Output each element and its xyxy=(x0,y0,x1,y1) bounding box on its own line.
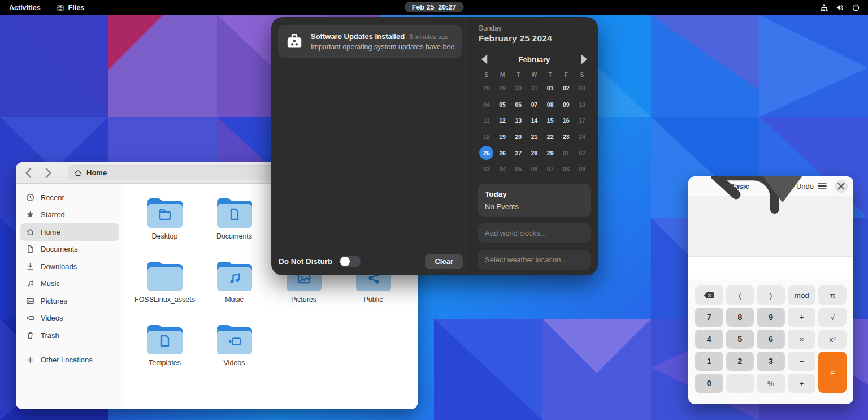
calendar-day[interactable]: 05 xyxy=(494,97,510,113)
calendar-day[interactable]: 07 xyxy=(542,161,558,177)
sidebar-item-other-locations[interactable]: Other Locations xyxy=(20,352,119,369)
calc-key-4[interactable]: 4 xyxy=(695,330,723,349)
calc-key-paren-open[interactable]: ( xyxy=(726,285,754,305)
activities-button[interactable]: Activities xyxy=(0,0,50,15)
calendar-day[interactable]: 29 xyxy=(542,145,558,161)
calendar-day[interactable]: 06 xyxy=(510,97,526,113)
calendar-day[interactable]: 09 xyxy=(574,161,590,177)
calendar-day[interactable]: 31 xyxy=(526,80,542,97)
select-weather-location-button[interactable]: Select weather location… xyxy=(478,250,591,270)
sidebar-item-pictures[interactable]: Pictures xyxy=(20,292,119,310)
calc-key-backspace[interactable] xyxy=(695,285,723,305)
back-button[interactable] xyxy=(21,166,36,180)
add-world-clocks-button[interactable]: Add world clocks… xyxy=(478,223,591,243)
clear-notifications-button[interactable]: Clear xyxy=(425,254,463,269)
sidebar-item-documents[interactable]: Documents xyxy=(20,241,119,258)
calc-key-8[interactable]: 8 xyxy=(726,308,754,327)
calc-key-7[interactable]: 7 xyxy=(695,308,723,327)
calendar-day[interactable]: 04 xyxy=(479,97,494,113)
calendar-day[interactable]: 23 xyxy=(558,129,574,145)
folder-templates[interactable]: Templates xyxy=(130,322,199,381)
folder-documents[interactable]: Documents xyxy=(199,195,269,254)
calendar-day[interactable]: 21 xyxy=(526,129,542,145)
calc-key-1[interactable]: 1 xyxy=(695,352,723,371)
clock-button[interactable]: Feb 25 20:27 xyxy=(405,2,464,12)
calc-key-divide[interactable]: ÷ xyxy=(788,308,816,327)
sidebar-item-recent[interactable]: Recent xyxy=(20,189,119,206)
calc-key-6[interactable]: 6 xyxy=(757,330,785,349)
calendar-day[interactable]: 24 xyxy=(574,129,590,145)
calendar-day[interactable]: 15 xyxy=(542,112,558,129)
next-month-button[interactable] xyxy=(578,53,591,66)
calendar-day[interactable]: 04 xyxy=(494,161,510,177)
sidebar-item-videos[interactable]: Videos xyxy=(20,310,119,327)
calc-key-3[interactable]: 3 xyxy=(757,352,785,371)
sidebar-item-starred[interactable]: Starred xyxy=(20,206,119,224)
calendar-day[interactable]: 03 xyxy=(479,161,494,177)
calc-key-square[interactable]: x² xyxy=(818,330,847,349)
calendar-day[interactable]: 28 xyxy=(479,80,494,97)
calendar-day[interactable]: 14 xyxy=(526,112,542,129)
sidebar-item-trash[interactable]: Trash xyxy=(20,327,119,344)
calendar-day[interactable]: 10 xyxy=(574,97,590,113)
calendar-day[interactable]: 28 xyxy=(526,145,542,161)
sidebar-item-home[interactable]: Home xyxy=(20,223,119,241)
folder-videos[interactable]: Videos xyxy=(199,322,269,381)
calendar-day[interactable]: 22 xyxy=(542,129,558,145)
calendar-day[interactable]: 17 xyxy=(574,112,590,129)
calc-key-add[interactable]: + xyxy=(788,374,816,393)
sidebar-item-music[interactable]: Music xyxy=(20,275,119,293)
calendar-day[interactable]: 12 xyxy=(494,112,510,129)
calendar-day-selected[interactable]: 25 xyxy=(479,145,494,161)
do-not-disturb-toggle[interactable] xyxy=(339,256,361,267)
calc-key-mod[interactable]: mod xyxy=(788,285,816,305)
calendar-day[interactable]: 13 xyxy=(510,112,526,129)
calendar-day[interactable]: 29 xyxy=(494,80,510,97)
calendar-day[interactable]: 09 xyxy=(558,97,574,113)
calc-key-pi[interactable]: π xyxy=(818,285,847,305)
calendar-day[interactable]: 20 xyxy=(510,129,526,145)
calc-key-paren-close[interactable]: ) xyxy=(757,285,785,305)
folder-fosslinux-assets[interactable]: FOSSLinux_assets xyxy=(130,258,199,318)
previous-month-button[interactable] xyxy=(478,53,491,66)
calc-key-sqrt[interactable]: √ xyxy=(818,308,847,327)
system-status-area[interactable] xyxy=(812,0,868,15)
calendar-day[interactable]: 18 xyxy=(479,129,494,145)
calendar-day[interactable]: 26 xyxy=(494,145,510,161)
calc-key-subtract[interactable]: − xyxy=(788,352,816,371)
calendar-day[interactable]: 27 xyxy=(510,145,526,161)
calc-key-2[interactable]: 2 xyxy=(726,352,754,371)
calendar-day[interactable]: 08 xyxy=(542,97,558,113)
calendar-day[interactable]: 06 xyxy=(526,161,542,177)
path-bar[interactable]: Home xyxy=(68,165,275,180)
calendar-day[interactable]: 05 xyxy=(510,161,526,177)
calc-key-multiply[interactable]: × xyxy=(788,330,816,349)
calendar-day[interactable]: 03 xyxy=(574,80,590,97)
calc-key-5[interactable]: 5 xyxy=(726,330,754,349)
calendar-day[interactable]: 01 xyxy=(558,145,574,161)
calc-key-9[interactable]: 9 xyxy=(757,308,785,327)
app-menu-files[interactable]: Files xyxy=(50,0,92,15)
hamburger-menu-button[interactable] xyxy=(816,180,828,192)
calendar-day[interactable]: 08 xyxy=(558,161,574,177)
calc-key-percent[interactable]: % xyxy=(757,374,785,393)
calendar-day[interactable]: 02 xyxy=(574,145,590,161)
calendar-day[interactable]: 16 xyxy=(558,112,574,129)
close-button[interactable] xyxy=(835,180,848,193)
calc-key-0[interactable]: 0 xyxy=(695,374,723,393)
today-events-card[interactable]: Today No Events xyxy=(478,184,591,217)
calendar-day[interactable]: 30 xyxy=(510,80,526,97)
sidebar-item-downloads[interactable]: Downloads xyxy=(20,258,119,275)
folder-desktop[interactable]: Desktop xyxy=(130,195,199,254)
calendar-day[interactable]: 19 xyxy=(494,129,510,145)
calendar-day[interactable]: 02 xyxy=(558,80,574,97)
calc-key-point[interactable]: . xyxy=(726,374,754,393)
notification-card[interactable]: Software Updates Installed 6 minutes ago… xyxy=(278,25,462,58)
calc-key-equals[interactable]: = xyxy=(818,352,847,393)
forward-button[interactable] xyxy=(41,166,55,180)
folder-music[interactable]: Music xyxy=(199,258,269,318)
calendar-day[interactable]: 01 xyxy=(542,80,558,97)
mode-dropdown[interactable]: Basic xyxy=(730,176,812,216)
calendar-day[interactable]: 11 xyxy=(479,112,494,129)
calendar-day[interactable]: 07 xyxy=(526,97,542,113)
